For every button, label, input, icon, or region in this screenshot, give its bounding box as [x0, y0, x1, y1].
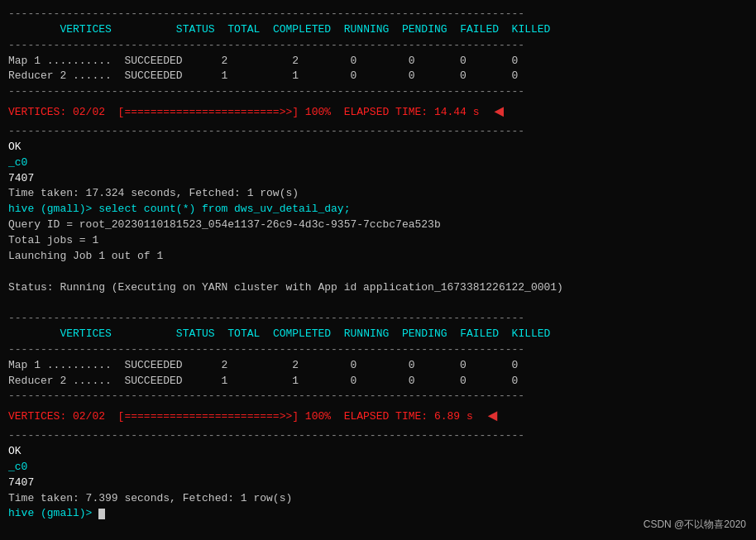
arrow-icon-1: ◄: [485, 100, 505, 124]
separator-1: ----------------------------------------…: [8, 7, 748, 22]
header2-failed: FAILED: [460, 327, 499, 340]
header2-vertices: VERTICES: [60, 327, 111, 340]
block1-count: 7407: [8, 171, 748, 187]
header2-running: RUNNING: [344, 327, 390, 340]
header-completed: COMPLETED: [273, 23, 331, 36]
separator-8: ----------------------------------------…: [8, 428, 748, 444]
header-running: RUNNING: [344, 23, 390, 36]
block1-time-taken: Time taken: 17.324 seconds, Fetched: 1 r…: [8, 186, 748, 202]
block2-time-taken: Time taken: 7.399 seconds, Fetched: 1 ro…: [8, 491, 748, 507]
block2-reducer-row: Reducer 2 ...... SUCCEEDED 1 1 0 0 0 0: [8, 374, 748, 389]
header2-killed: KILLED: [512, 327, 551, 340]
block1-map-row: Map 1 .......... SUCCEEDED 2 2 0 0 0 0: [8, 54, 748, 69]
separator-5: ----------------------------------------…: [8, 311, 748, 327]
block2-c0: _c0: [8, 460, 748, 475]
separator-3: ----------------------------------------…: [8, 84, 748, 100]
separator-2: ----------------------------------------…: [8, 38, 748, 54]
watermark: CSDN @不以物喜2020: [644, 518, 746, 532]
header-total: TOTAL: [227, 23, 260, 36]
header2-status: STATUS: [176, 327, 215, 340]
block2-ok: OK: [8, 444, 748, 460]
block2-map-row: Map 1 .......... SUCCEEDED 2 2 0 0 0 0: [8, 358, 748, 374]
prompt-text: hive (gmall)>: [8, 507, 98, 519]
header2-pending: PENDING: [402, 327, 447, 340]
header2-completed: COMPLETED: [273, 327, 331, 340]
status-running-line: Status: Running (Executing on YARN clust…: [8, 280, 748, 296]
block1-reducer-row: Reducer 2 ...... SUCCEEDED 1 1 0 0 0 0: [8, 69, 748, 84]
block1-c0: _c0: [8, 155, 748, 171]
total-jobs-line: Total jobs = 1: [8, 233, 748, 249]
blank-line-1: [8, 265, 748, 280]
block2-count: 7407: [8, 475, 748, 491]
command-line: hive (gmall)> select count(*) from dws_u…: [8, 202, 748, 217]
table-header-1: VERTICES STATUS TOTAL COMPLETED RUNNING …: [8, 22, 748, 38]
header-failed: FAILED: [460, 23, 499, 36]
separator-7: ----------------------------------------…: [8, 389, 748, 404]
header-vertices: VERTICES: [60, 23, 111, 36]
terminal: ----------------------------------------…: [0, 0, 756, 540]
blank-line-2: [8, 295, 748, 311]
prompt-line: hive (gmall)>: [8, 506, 748, 522]
header-status: STATUS: [176, 23, 215, 36]
header-killed: KILLED: [512, 23, 551, 36]
arrow-icon-2: ◄: [478, 404, 498, 428]
header-pending: PENDING: [402, 23, 447, 36]
header2-total: TOTAL: [227, 327, 260, 340]
launching-line: Launching Job 1 out of 1: [8, 249, 748, 265]
table-header-2: VERTICES STATUS TOTAL COMPLETED RUNNING …: [8, 327, 748, 342]
block1-progress: VERTICES: 02/02 [=======================…: [8, 100, 748, 124]
block2-progress: VERTICES: 02/02 [=======================…: [8, 404, 748, 428]
query-id-line: Query ID = root_20230110181523_054e1137-…: [8, 217, 748, 233]
separator-6: ----------------------------------------…: [8, 342, 748, 358]
separator-4: ----------------------------------------…: [8, 124, 748, 140]
block1-ok: OK: [8, 140, 748, 155]
cursor: [98, 509, 105, 519]
